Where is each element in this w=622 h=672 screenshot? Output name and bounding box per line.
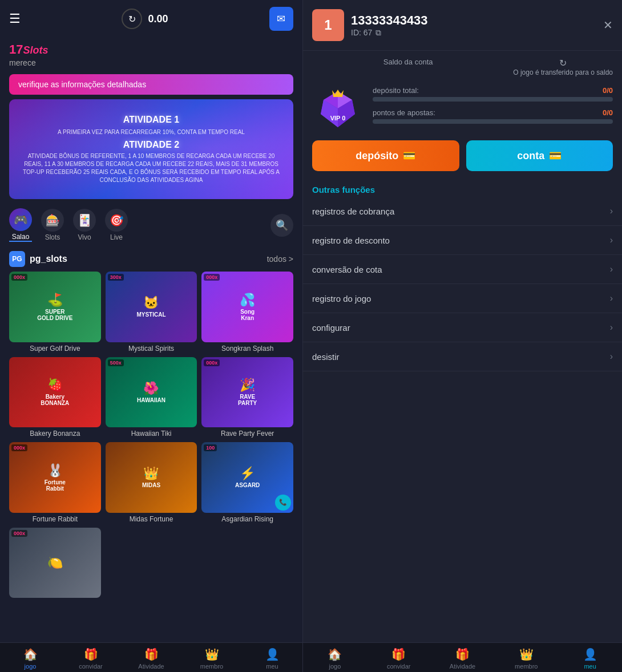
right-nav-jogo[interactable]: 🏠 jogo bbox=[303, 647, 367, 670]
game-hawaiian[interactable]: 500x 🌺 HAWAIIAN Hawaiian Tiki bbox=[106, 357, 197, 438]
bet-progress-row: pontos de apostas: 0/0 bbox=[373, 108, 613, 117]
copy-icon[interactable]: ⧉ bbox=[375, 28, 381, 38]
game-label-bakery: Bakery Bonanza bbox=[30, 430, 80, 438]
menu-item-cota[interactable]: conversão de cota › bbox=[303, 255, 622, 284]
jogo-icon: 🏠 bbox=[23, 647, 38, 661]
refresh-button[interactable]: ↻ bbox=[122, 9, 142, 29]
tab-live[interactable]: 🎯 Live bbox=[105, 209, 128, 241]
search-button[interactable]: 🔍 bbox=[270, 214, 293, 237]
menu-label-desconto: registro de desconto bbox=[312, 236, 390, 245]
jogo-label: jogo bbox=[25, 663, 37, 670]
game-thumb-super-golf: 000x ⛳ SUPERGOLD DRIVE bbox=[9, 272, 101, 342]
arrow-desistir: › bbox=[610, 351, 613, 362]
game-badge-songkran: 000x bbox=[204, 274, 220, 281]
right-nav-membro[interactable]: 👑 membro bbox=[494, 647, 558, 670]
game-fortune[interactable]: 000x 🐰 FortuneRabbit Fortune Rabbit bbox=[9, 442, 101, 523]
left-panel: ☰ ↻ 0.00 ✉ 17Slots merece verifique as i… bbox=[0, 0, 302, 672]
banner: ATIVIDADE 1 A PRIMEIRA VEZ PARA RECARREG… bbox=[9, 99, 293, 199]
right-bottom-nav: 🏠 jogo 🎁 convidar 🎁 Atividade 👑 membro 👤… bbox=[303, 642, 622, 672]
game-badge-asgard: 100 bbox=[204, 444, 217, 451]
game-mystical[interactable]: 300x 🐱 MYSTICAL Mystical Spirits bbox=[106, 272, 197, 353]
game-label-mystical: Mystical Spirits bbox=[128, 345, 174, 353]
conta-icon: 💳 bbox=[549, 149, 562, 162]
transfer-label: O jogo é transferido para o saldo bbox=[513, 68, 613, 76]
user-id: ID: 67 ⧉ bbox=[351, 28, 596, 38]
convidar-icon: 🎁 bbox=[84, 647, 98, 661]
conta-button[interactable]: conta 💳 bbox=[466, 140, 613, 171]
right-meu-icon: 👤 bbox=[583, 647, 597, 661]
menu-item-desistir[interactable]: desistir › bbox=[303, 342, 622, 371]
user-name: 13333343433 bbox=[351, 13, 596, 28]
bottom-nav-atividade[interactable]: 🎁 Atividade bbox=[121, 647, 181, 670]
game-thumb-unknown: 000x 🍋 bbox=[9, 528, 101, 598]
game-asgard[interactable]: 100 ⚡ ASGARD 📞 Asgardian Rising bbox=[201, 442, 293, 523]
menu-item-cobranca[interactable]: registros de cobrança › bbox=[303, 197, 622, 226]
deposit-button[interactable]: depósito 💳 bbox=[312, 140, 459, 171]
vivo-icon: 🃏 bbox=[73, 209, 96, 232]
game-super-golf[interactable]: 000x ⛳ SUPERGOLD DRIVE Super Golf Drive bbox=[9, 272, 101, 353]
game-songkran[interactable]: 000x 💦 SongKran Songkran Splash bbox=[201, 272, 293, 353]
svg-text:VIP 0: VIP 0 bbox=[330, 115, 346, 122]
menu-label-cobranca: registros de cobrança bbox=[312, 207, 394, 216]
game-unknown[interactable]: 000x 🍋 bbox=[9, 528, 101, 601]
slots-header: PG pg_slots todos > bbox=[0, 246, 302, 272]
meu-label: meu bbox=[266, 663, 278, 670]
bottom-nav-meu[interactable]: 👤 meu bbox=[242, 647, 302, 670]
game-label-songkran: Songkran Splash bbox=[221, 345, 273, 353]
arrow-cota: › bbox=[610, 264, 613, 274]
game-bakery[interactable]: 🍓 BakeryBONANZA Bakery Bonanza bbox=[9, 357, 101, 438]
balance-display: 0.00 bbox=[148, 13, 168, 25]
slots-title-area: PG pg_slots bbox=[9, 251, 67, 267]
promo-button[interactable]: verifique as informações detalhadas bbox=[9, 74, 293, 95]
game-rave[interactable]: 000x 🎉 RAVEPARTY Rave Party Fever bbox=[201, 357, 293, 438]
right-nav-convidar[interactable]: 🎁 convidar bbox=[367, 647, 431, 670]
slots-title: pg_slots bbox=[30, 254, 67, 264]
balance-refresh-icon[interactable]: ↻ bbox=[559, 58, 567, 68]
banner-activity1: ATIVIDADE 1 bbox=[18, 115, 284, 125]
hamburger-icon[interactable]: ☰ bbox=[9, 11, 21, 26]
banner-text2: ATIVIDADE BÔNUS DE REFERENTE, 1 A 10 MEM… bbox=[18, 152, 284, 184]
account-balance: Saldo da conta bbox=[312, 58, 504, 76]
menu-item-jogo[interactable]: registro do jogo › bbox=[303, 284, 622, 313]
tab-slots[interactable]: 🎰 Slots bbox=[41, 209, 64, 241]
deposit-label: depósito bbox=[356, 150, 398, 162]
bottom-nav-convidar[interactable]: 🎁 convidar bbox=[60, 647, 121, 670]
user-avatar: 1 bbox=[312, 9, 344, 41]
todos-button[interactable]: todos > bbox=[267, 254, 293, 264]
game-midas[interactable]: 👑 MIDAS Midas Fortune bbox=[106, 442, 197, 523]
vip-badge: VIP 0 bbox=[312, 86, 363, 131]
close-button[interactable]: ✕ bbox=[603, 18, 613, 32]
transfer-balance: ↻ O jogo é transferido para o saldo bbox=[513, 58, 613, 76]
right-membro-label: membro bbox=[515, 663, 538, 670]
svg-marker-5 bbox=[332, 90, 344, 97]
convidar-label: convidar bbox=[79, 663, 103, 670]
action-buttons: depósito 💳 conta 💳 bbox=[303, 140, 622, 180]
tab-salao[interactable]: 🎮 Salao bbox=[9, 208, 32, 242]
balance-row: Saldo da conta ↻ O jogo é transferido pa… bbox=[303, 51, 622, 81]
vivo-label: Vivo bbox=[78, 233, 91, 241]
menu-label-configurar: configurar bbox=[312, 323, 350, 333]
game-badge-rave: 000x bbox=[204, 359, 220, 366]
promo-number: 17 bbox=[9, 42, 23, 56]
top-bar: ☰ ↻ 0.00 ✉ bbox=[0, 0, 302, 38]
game-thumb-bakery: 🍓 BakeryBONANZA bbox=[9, 357, 101, 428]
tab-vivo[interactable]: 🃏 Vivo bbox=[73, 209, 96, 241]
bottom-nav-jogo[interactable]: 🏠 jogo bbox=[0, 647, 60, 670]
game-badge-fortune: 000x bbox=[11, 444, 27, 451]
bet-value: 0/0 bbox=[603, 108, 613, 117]
message-button[interactable]: ✉ bbox=[269, 7, 293, 31]
right-nav-meu[interactable]: 👤 meu bbox=[558, 647, 622, 670]
arrow-cobranca: › bbox=[610, 206, 613, 216]
right-panel: 1 13333343433 ID: 67 ⧉ ✕ Saldo da conta … bbox=[302, 0, 622, 672]
slots-label: Slots bbox=[45, 233, 60, 241]
menu-item-desconto[interactable]: registro de desconto › bbox=[303, 226, 622, 255]
atividade-icon: 🎁 bbox=[144, 647, 159, 661]
menu-item-configurar[interactable]: configurar › bbox=[303, 313, 622, 342]
vip-progress: depósito total: 0/0 pontos de apostas: 0… bbox=[373, 86, 613, 131]
top-bar-center: ↻ 0.00 bbox=[122, 9, 168, 29]
bottom-nav-membro[interactable]: 👑 membro bbox=[181, 647, 242, 670]
live-label: Live bbox=[110, 233, 123, 241]
conta-label: conta bbox=[517, 150, 544, 162]
right-nav-atividade[interactable]: 🎁 Atividade bbox=[431, 647, 495, 670]
right-jogo-icon: 🏠 bbox=[328, 647, 342, 661]
